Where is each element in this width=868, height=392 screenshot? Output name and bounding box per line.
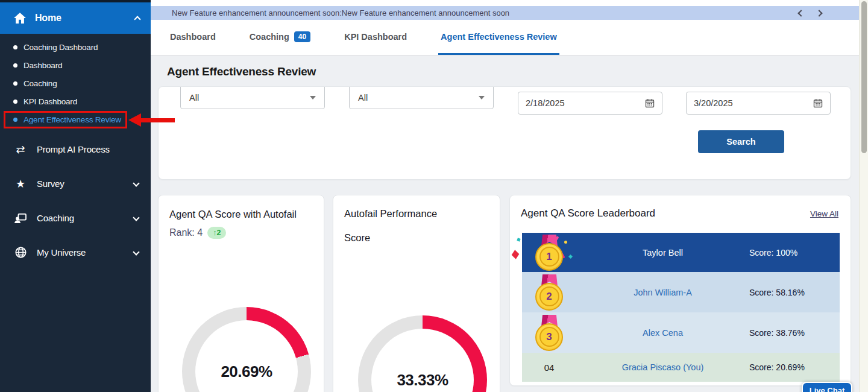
coaching-count-badge: 40: [294, 31, 310, 42]
agent-name: Taylor Bell: [576, 248, 749, 258]
confetti-icon: [568, 254, 573, 258]
sidebar-item-label: Dashboard: [24, 61, 62, 70]
rank-number: 04: [544, 362, 555, 373]
gold-medal-icon: 3: [533, 315, 565, 351]
bullet-icon: [13, 100, 17, 104]
autofail-value: 33.33%: [397, 371, 448, 390]
sidebar-section-label: Survey: [37, 179, 134, 189]
annotation-arrow-icon: [128, 113, 141, 127]
tab-bar: Dashboard Coaching40 KPI Dashboard Agent…: [151, 20, 859, 55]
sidebar-item-survey[interactable]: ★ Survey: [0, 166, 151, 201]
bullet-icon: [13, 63, 17, 68]
coaching-person-icon: [13, 213, 28, 224]
annotation-arrow-tail: [140, 118, 175, 122]
agent-score: Score: 58.16%: [749, 288, 840, 297]
table-row: 2 John William-A Score: 58.16%: [522, 272, 840, 312]
globe-icon: [13, 247, 28, 258]
sidebar-item-label: Agent Effectiveness Review: [24, 115, 121, 124]
gold-medal-icon: 1: [533, 235, 565, 271]
bullet-icon: [13, 118, 17, 122]
dropdown-value: All: [189, 93, 199, 103]
qa-score-card-title: Agent QA Score with Autofail: [159, 195, 324, 221]
live-chat-button[interactable]: Live Chat: [802, 382, 852, 392]
confetti-icon: [517, 238, 520, 241]
dropdown-value: All: [358, 93, 368, 103]
search-button[interactable]: Search: [698, 130, 784, 153]
rank-change-badge: ↑2: [207, 227, 226, 239]
tab-label: Coaching: [250, 32, 289, 42]
sidebar-item-coaching-dashboard[interactable]: Coaching Dashboard: [0, 38, 151, 56]
rank-label: Rank: 4: [169, 227, 203, 238]
tab-label: Dashboard: [170, 32, 216, 42]
sidebar-section-label: Coaching: [37, 213, 134, 223]
qa-score-value: 20.69%: [221, 362, 272, 381]
caret-down-icon: [479, 96, 485, 100]
agent-name-link[interactable]: Gracia Piscaso (You): [576, 362, 749, 372]
swap-arrows-icon: ⇄: [13, 144, 28, 155]
sidebar-section-label: Prompt AI Process: [37, 144, 139, 154]
star-icon: ★: [13, 179, 28, 189]
sidebar-item-dashboard[interactable]: Dashboard: [0, 56, 151, 74]
sidebar-item-my-universe[interactable]: My Universe: [0, 235, 151, 270]
tab-kpi-dashboard[interactable]: KPI Dashboard: [342, 20, 409, 55]
view-all-link[interactable]: View All: [810, 209, 838, 218]
table-row: 1 Taylor Bell Score: 100%: [522, 233, 840, 272]
top-strip: [151, 0, 859, 6]
tab-coaching[interactable]: Coaching40: [247, 20, 313, 55]
chevron-down-icon: [133, 248, 139, 255]
gold-medal-icon: 2: [533, 274, 565, 311]
caret-down-icon: [310, 96, 316, 100]
autofail-donut-chart: 33.33%: [358, 315, 487, 392]
leaderboard-table: 1 Taylor Bell Score: 100% 2 John William…: [522, 233, 840, 382]
date-value: 3/20/2025: [694, 98, 733, 108]
vertical-scrollbar[interactable]: [859, 0, 868, 392]
sidebar: Home Coaching Dashboard Dashboard Coachi…: [0, 0, 151, 392]
chevron-left-icon[interactable]: [797, 10, 804, 16]
sidebar-item-coaching-section[interactable]: Coaching: [0, 201, 151, 235]
filter-panel: All All 2/18/2025 3/20/2025 Search: [158, 86, 851, 180]
chevron-down-icon: [133, 180, 139, 186]
announcement-bar: New Feature enhancement announcement soo…: [151, 6, 859, 20]
tab-label: Agent Effectiveness Review: [441, 32, 557, 42]
calendar-icon[interactable]: [645, 98, 655, 108]
scrollbar-thumb[interactable]: [861, 1, 867, 153]
chevron-down-icon: [133, 214, 139, 221]
qa-score-donut-chart: 20.69%: [182, 307, 311, 392]
sidebar-section-label: My Universe: [37, 247, 134, 258]
page-title: Agent Effectiveness Review: [167, 65, 316, 78]
calendar-icon[interactable]: [813, 98, 823, 108]
tab-label: KPI Dashboard: [344, 32, 407, 42]
leaderboard-card: Agent QA Score Leaderboard View All 1 Ta…: [509, 195, 851, 386]
bullet-icon: [13, 45, 17, 49]
qa-score-card: Agent QA Score with Autofail Rank: 4 ↑2 …: [158, 195, 324, 392]
sidebar-item-kpi-dashboard[interactable]: KPI Dashboard: [0, 92, 151, 110]
sidebar-item-prompt-ai-process[interactable]: ⇄ Prompt AI Process: [0, 132, 151, 166]
table-row: 04 Gracia Piscaso (You) Score: 20.69%: [522, 353, 840, 382]
sidebar-item-label: KPI Dashboard: [24, 97, 77, 106]
chevron-up-icon: [134, 16, 140, 22]
sidebar-item-label: Coaching: [24, 79, 57, 88]
start-date-input[interactable]: 2/18/2025: [518, 92, 662, 115]
home-label: Home: [35, 13, 135, 24]
filter-dropdown-1[interactable]: All: [180, 86, 325, 109]
announcement-text: New Feature enhancement announcement soo…: [172, 8, 799, 17]
agent-score: Score: 20.69%: [749, 362, 840, 372]
chevron-right-icon[interactable]: [816, 10, 822, 16]
confetti-icon: [512, 250, 520, 259]
agent-score: Score: 38.76%: [749, 328, 840, 338]
agent-score: Score: 100%: [749, 248, 840, 258]
filter-dropdown-2[interactable]: All: [349, 86, 494, 109]
sidebar-item-coaching[interactable]: Coaching: [0, 74, 151, 92]
tab-agent-effectiveness-review[interactable]: Agent Effectiveness Review: [438, 20, 559, 55]
home-icon: [13, 12, 27, 24]
agent-name-link[interactable]: John William-A: [576, 288, 749, 297]
bullet-icon: [13, 81, 17, 86]
leaderboard-title: Agent QA Score Leaderboard: [521, 207, 810, 220]
sidebar-item-home[interactable]: Home: [0, 2, 151, 34]
agent-name-link[interactable]: Alex Cena: [576, 328, 749, 338]
autofail-card-title: Autofail Performance Score: [333, 195, 463, 250]
end-date-input[interactable]: 3/20/2025: [686, 92, 831, 115]
sidebar-item-label: Coaching Dashboard: [24, 43, 98, 52]
date-value: 2/18/2025: [526, 98, 565, 108]
tab-dashboard[interactable]: Dashboard: [168, 20, 218, 55]
